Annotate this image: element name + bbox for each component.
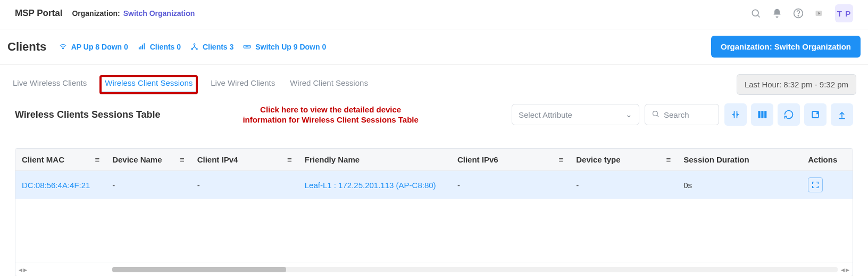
bell-icon[interactable]	[771, 7, 783, 19]
column-menu-icon[interactable]: ≡	[180, 155, 185, 164]
table-row[interactable]: DC:08:56:4A:4F:21 - - Leaf-L1 : 172.25.2…	[15, 171, 853, 199]
help-icon[interactable]	[792, 7, 804, 19]
col-client-ipv6[interactable]: Client IPv6≡	[451, 149, 570, 171]
cell-client-ipv4: -	[191, 171, 298, 199]
svg-point-3	[798, 15, 798, 16]
col-friendly-name[interactable]: Friendly Name	[298, 149, 451, 171]
svg-rect-18	[249, 46, 249, 46]
columns-button[interactable]	[751, 103, 773, 126]
table-header-row: Client MAC≡ Device Name≡ Client IPv4≡ Fr…	[15, 149, 853, 171]
signal-icon	[138, 43, 146, 51]
col-actions: Actions	[802, 149, 853, 171]
cell-client-mac[interactable]: DC:08:56:4A:4F:21	[15, 171, 106, 199]
svg-line-1	[758, 15, 760, 18]
column-menu-icon[interactable]: ≡	[666, 155, 671, 164]
svg-rect-8	[140, 46, 141, 49]
scroll-left-icon[interactable]: ◂	[841, 265, 845, 274]
scroll-right-icon[interactable]: ▸	[846, 265, 849, 274]
expand-row-button[interactable]	[808, 177, 823, 192]
svg-rect-17	[247, 46, 248, 46]
search-icon[interactable]	[750, 7, 762, 19]
scroll-left-icon[interactable]: ◂	[19, 265, 22, 274]
svg-rect-9	[142, 44, 143, 49]
col-device-name[interactable]: Device Name≡	[106, 149, 191, 171]
svg-rect-21	[758, 111, 761, 118]
tabs: Live Wireless Clients Wireless Client Se…	[12, 76, 369, 93]
svg-line-20	[657, 115, 658, 117]
org-context-button[interactable]: Organization: Switch Organization	[711, 36, 861, 58]
topbar: MSP Portal Organization: Switch Organiza…	[0, 0, 868, 29]
svg-rect-16	[246, 46, 247, 46]
content-area: Live Wireless Clients Wireless Client Se…	[0, 64, 868, 276]
cell-client-ipv6: -	[451, 171, 570, 199]
tab-wired-client-sessions[interactable]: Wired Client Sessions	[289, 76, 369, 93]
time-range-button[interactable]: Last Hour: 8:32 pm - 9:32 pm	[737, 74, 856, 95]
table-horizontal-scrollbar[interactable]: ◂ ▸ ◂ ▸	[15, 263, 853, 276]
switch-icon	[243, 43, 251, 51]
network-icon	[190, 43, 198, 51]
stat-switch[interactable]: Switch Up 9 Down 0	[243, 43, 326, 51]
tab-live-wired-clients[interactable]: Live Wired Clients	[210, 76, 276, 93]
stat-wired-clients[interactable]: Clients 3	[190, 43, 233, 51]
stat-wireless-clients[interactable]: Clients 0	[138, 43, 181, 51]
col-session-duration[interactable]: Session Duration	[677, 149, 802, 171]
upload-button[interactable]	[831, 103, 853, 126]
col-client-mac[interactable]: Client MAC≡	[15, 149, 106, 171]
avatar[interactable]: T P	[835, 4, 853, 22]
select-attribute[interactable]: Select Attribute ⌄	[512, 104, 639, 125]
svg-rect-22	[761, 111, 763, 118]
cell-friendly-name[interactable]: Leaf-L1 : 172.25.201.113 (AP-C8:80)	[298, 171, 451, 199]
svg-rect-23	[764, 111, 766, 118]
annotation: Click here to view the detailed device i…	[230, 104, 432, 125]
column-menu-icon[interactable]: ≡	[558, 155, 563, 164]
cell-device-type: -	[570, 171, 677, 199]
svg-rect-15	[245, 46, 245, 46]
scroll-right-icon[interactable]: ▸	[23, 265, 27, 274]
svg-rect-7	[139, 47, 140, 49]
col-client-ipv4[interactable]: Client IPv4≡	[191, 149, 298, 171]
tab-live-wireless-clients[interactable]: Live Wireless Clients	[12, 76, 88, 93]
svg-point-11	[194, 43, 195, 45]
col-device-type[interactable]: Device type≡	[570, 149, 677, 171]
tab-wireless-client-sessions[interactable]: Wireless Client Sessions	[101, 76, 197, 93]
collapse-columns-button[interactable]	[724, 103, 747, 126]
wifi-icon	[59, 43, 67, 51]
export-button[interactable]	[804, 103, 827, 126]
clientsbar: Clients AP Up 8 Down 0 Clients 0 Clients…	[0, 29, 868, 64]
svg-point-6	[63, 47, 64, 48]
page-title: Clients	[7, 40, 46, 54]
cell-session-duration: 0s	[677, 171, 802, 199]
search-input[interactable]: Search	[645, 104, 719, 125]
svg-point-0	[752, 10, 758, 16]
cell-device-name: -	[106, 171, 191, 199]
org-label: Organization:	[72, 9, 120, 18]
switch-org-link[interactable]: Switch Organization	[123, 9, 195, 18]
stats: AP Up 8 Down 0 Clients 0 Clients 3 Switc…	[59, 43, 326, 51]
cell-actions	[802, 171, 853, 199]
video-icon[interactable]	[814, 7, 825, 19]
column-menu-icon[interactable]: ≡	[95, 155, 99, 164]
brand: MSP Portal	[15, 8, 62, 19]
chevron-down-icon: ⌄	[625, 110, 632, 119]
stat-ap[interactable]: AP Up 8 Down 0	[59, 43, 128, 51]
scroll-thumb[interactable]	[112, 267, 286, 272]
search-icon	[652, 110, 660, 119]
column-menu-icon[interactable]: ≡	[287, 155, 292, 164]
table-title: Wireless Clients Sessions Table	[15, 109, 161, 120]
sessions-table: Client MAC≡ Device Name≡ Client IPv4≡ Fr…	[15, 148, 853, 276]
refresh-button[interactable]	[778, 103, 800, 126]
svg-rect-10	[144, 43, 145, 49]
svg-point-19	[653, 111, 658, 116]
